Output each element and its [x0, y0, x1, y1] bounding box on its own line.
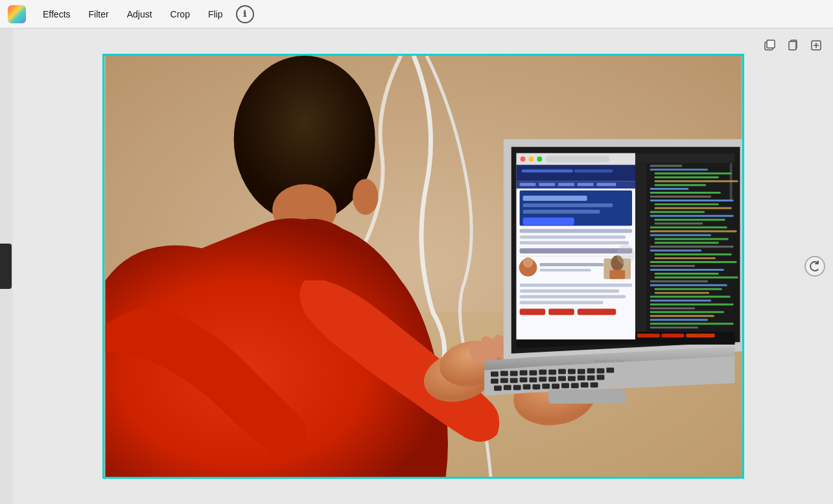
svg-rect-104 [650, 311, 723, 313]
svg-rect-43 [519, 229, 631, 233]
svg-rect-36 [596, 183, 616, 186]
svg-rect-139 [596, 374, 604, 380]
svg-rect-129 [500, 378, 508, 383]
svg-rect-69 [654, 176, 718, 178]
svg-rect-107 [650, 323, 733, 325]
effects-button[interactable]: Effects [35, 5, 78, 24]
svg-rect-125 [587, 369, 594, 374]
svg-rect-112 [686, 334, 715, 338]
svg-point-21 [353, 179, 379, 214]
svg-rect-46 [519, 248, 631, 253]
svg-rect-106 [650, 319, 707, 321]
svg-rect-128 [491, 378, 499, 384]
svg-rect-122 [558, 369, 566, 374]
svg-rect-105 [650, 315, 714, 317]
svg-rect-28 [516, 165, 635, 181]
svg-rect-76 [654, 203, 718, 205]
svg-rect-137 [577, 375, 585, 380]
filter-button[interactable]: Filter [81, 5, 117, 24]
svg-rect-66 [650, 165, 682, 166]
rotate-button[interactable] [804, 256, 825, 277]
svg-point-153 [616, 244, 635, 265]
svg-rect-40 [522, 203, 613, 207]
svg-rect-56 [519, 290, 619, 293]
svg-rect-70 [654, 180, 738, 182]
svg-rect-65 [635, 163, 646, 339]
svg-rect-79 [650, 215, 733, 217]
svg-rect-82 [650, 227, 727, 229]
photo-scene: MacBook Pro [104, 56, 742, 477]
svg-rect-117 [510, 371, 517, 376]
crop-button[interactable]: Crop [163, 5, 198, 24]
svg-rect-142 [513, 385, 521, 390]
svg-rect-68 [654, 172, 731, 174]
svg-point-26 [537, 157, 542, 162]
image-container: MacBook Pro [102, 54, 744, 479]
svg-text:MacBook Pro: MacBook Pro [594, 359, 625, 363]
svg-rect-81 [654, 223, 702, 225]
svg-rect-57 [519, 295, 625, 299]
left-panel [0, 29, 13, 504]
svg-rect-146 [552, 384, 559, 389]
svg-rect-73 [650, 192, 720, 194]
svg-rect-138 [587, 375, 594, 380]
svg-rect-78 [650, 211, 704, 213]
svg-rect-134 [548, 376, 556, 382]
svg-rect-2 [789, 41, 796, 50]
svg-rect-149 [580, 382, 588, 387]
svg-rect-123 [567, 369, 575, 374]
svg-rect-145 [542, 384, 550, 389]
adjust-button[interactable]: Adjust [119, 5, 160, 24]
app-icon [8, 5, 26, 23]
svg-rect-64 [729, 163, 732, 201]
svg-rect-74 [650, 196, 710, 198]
info-button[interactable]: ℹ [236, 5, 254, 23]
svg-rect-89 [654, 253, 731, 255]
flip-button[interactable]: Flip [200, 5, 231, 24]
svg-rect-118 [519, 371, 527, 376]
toolbar: Effects Filter Adjust Crop Flip ℹ [0, 0, 833, 29]
svg-rect-27 [545, 156, 609, 163]
svg-rect-140 [493, 385, 501, 391]
svg-rect-39 [522, 196, 587, 201]
svg-rect-1 [767, 40, 775, 48]
svg-rect-45 [519, 241, 628, 244]
svg-rect-80 [654, 219, 725, 221]
svg-rect-44 [519, 235, 625, 238]
svg-rect-95 [654, 277, 738, 279]
svg-rect-144 [532, 384, 540, 389]
svg-rect-130 [510, 378, 517, 383]
svg-rect-84 [650, 234, 710, 236]
svg-rect-83 [650, 231, 736, 233]
photo-svg: MacBook Pro [104, 56, 742, 477]
svg-rect-60 [548, 308, 574, 315]
canvas-toolbar [760, 36, 825, 54]
svg-rect-91 [650, 261, 736, 263]
svg-rect-35 [577, 183, 593, 186]
left-panel-tab[interactable] [0, 244, 12, 289]
svg-rect-120 [539, 370, 546, 375]
svg-point-24 [520, 157, 525, 162]
svg-rect-133 [539, 376, 546, 382]
add-button[interactable] [807, 36, 825, 54]
copy-button[interactable] [784, 36, 802, 54]
svg-rect-151 [548, 389, 626, 404]
duplicate-button[interactable] [760, 36, 779, 54]
svg-rect-90 [654, 257, 715, 259]
svg-rect-100 [650, 296, 730, 298]
svg-rect-93 [650, 269, 723, 271]
svg-rect-50 [539, 263, 604, 266]
svg-rect-114 [516, 339, 734, 345]
svg-rect-119 [529, 371, 537, 376]
svg-rect-87 [650, 246, 733, 247]
svg-rect-115 [491, 372, 499, 377]
svg-rect-121 [548, 370, 556, 375]
svg-rect-96 [650, 281, 707, 282]
svg-rect-42 [522, 218, 574, 225]
svg-rect-136 [567, 376, 575, 381]
svg-rect-111 [661, 334, 684, 338]
svg-rect-116 [500, 371, 508, 376]
svg-rect-103 [650, 307, 694, 309]
svg-rect-126 [596, 369, 604, 374]
svg-rect-54 [609, 270, 625, 279]
